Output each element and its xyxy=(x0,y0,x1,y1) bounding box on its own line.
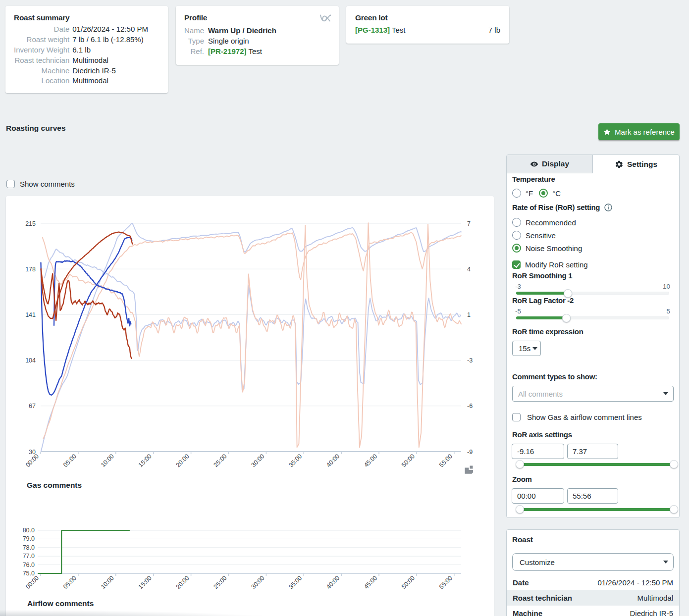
slider-label: RoR Smoothing 1 xyxy=(512,271,572,280)
roast-row-value: Multimodal xyxy=(637,594,673,602)
x-tick-label: 25:00 xyxy=(212,453,228,468)
gas-comments-heading: Gas comments xyxy=(27,481,82,490)
slider-thumb-right[interactable] xyxy=(670,460,678,468)
roast-summary-card: Roast summary Date01/26/2024 - 12:50 PMR… xyxy=(5,6,168,93)
ror-option-row: Sensitive xyxy=(512,231,556,240)
x-tick-label: 30:00 xyxy=(250,453,265,468)
gas-airflow-checkbox[interactable] xyxy=(512,413,521,421)
temp-axis-tick-label: 178 xyxy=(25,266,36,273)
ror-axis-min-input[interactable]: -9.16 xyxy=(512,444,564,459)
green-lot-weight: 7 lb xyxy=(488,26,500,34)
roast-customize-select[interactable]: Customize xyxy=(512,553,674,571)
curve-reference-env-ror xyxy=(43,223,461,447)
profile-name-value[interactable]: Warm Up / Diedrich xyxy=(208,26,276,36)
green-lot-link[interactable]: [PG-1313] xyxy=(355,26,390,34)
ror-time-select[interactable]: 15s xyxy=(512,341,541,356)
ror-axis-label: RoR axis settings xyxy=(512,430,572,439)
select-placeholder: All comments xyxy=(513,390,563,398)
radio-noise-smoothing[interactable] xyxy=(512,244,521,253)
summary-row-value: 7 lb / 6.1 lb (-12.85%) xyxy=(72,35,148,45)
profile-ref-link[interactable]: [PR-21972] xyxy=(208,47,247,55)
x-tick-label: 40:00 xyxy=(325,574,341,590)
settings-panel: Display Settings Temperature°F°CRate of … xyxy=(506,154,680,518)
roast-row-value: Diedrich IR-5 xyxy=(630,609,673,616)
roast-info-row: MachineDiedrich IR-5 xyxy=(507,606,679,616)
radio-°C[interactable] xyxy=(539,189,548,198)
x-tick-label: 35:00 xyxy=(287,453,303,468)
x-tick-label: 05:00 xyxy=(62,453,78,468)
slider-fill xyxy=(516,463,678,466)
gas-airflow-row: Show Gas & airflow comment lines xyxy=(512,413,642,421)
ror-axis-tick-label: -3 xyxy=(467,357,473,364)
summary-row-value: Multimodal xyxy=(72,55,148,65)
x-tick-label: 20:00 xyxy=(175,574,191,590)
temp-axis-tick-label: 67 xyxy=(29,403,36,410)
show-comments-label: Show comments xyxy=(20,180,75,188)
gas-airflow-label: Show Gas & airflow comment lines xyxy=(527,413,642,421)
x-tick-label: 45:00 xyxy=(363,574,378,590)
ror-time-label: RoR time expression xyxy=(512,327,583,336)
tab-settings[interactable]: Settings xyxy=(593,155,679,173)
info-icon[interactable] xyxy=(604,204,612,211)
profile-title: Profile xyxy=(184,13,329,22)
zoom-range-slider[interactable] xyxy=(516,505,678,513)
slider-thumb-left[interactable] xyxy=(516,460,524,468)
summary-row-label: Date xyxy=(14,24,72,35)
comment-types-select[interactable]: All comments xyxy=(512,386,674,402)
x-tick-label: 15:00 xyxy=(137,574,153,590)
zoom-label: Zoom xyxy=(512,475,532,483)
mark-as-reference-button[interactable]: Mark as reference xyxy=(598,123,680,140)
x-tick-label: 00:00 xyxy=(24,453,40,468)
ror-axis-tick-label: 1 xyxy=(467,311,471,318)
eye-icon xyxy=(530,160,538,168)
ror-lag-slider[interactable] xyxy=(516,314,669,322)
comment-types-label: Comment types to show: xyxy=(512,372,597,381)
x-tick-label: 55:00 xyxy=(438,453,454,468)
zoom-start-input[interactable]: 00:00 xyxy=(512,488,564,504)
summary-row-label: Machine xyxy=(14,65,72,76)
x-tick-label: 10:00 xyxy=(100,453,115,468)
ror-axis-range-slider[interactable] xyxy=(516,460,678,468)
temp-axis-tick-label: 215 xyxy=(25,220,36,227)
x-tick-label: 30:00 xyxy=(250,574,265,590)
roast-info-row: Roast technicianMultimodal xyxy=(507,590,679,606)
temperature-options: °F°C xyxy=(512,189,562,198)
modify-ror-checkbox[interactable] xyxy=(512,260,521,269)
zoom-end-input[interactable]: 55:56 xyxy=(567,488,618,504)
ror-option-row: Noise Smoothing xyxy=(512,244,582,253)
roasting-curves-heading: Roasting curves xyxy=(6,124,66,133)
show-comments-checkbox[interactable] xyxy=(6,180,15,188)
green-lot-title: Green lot xyxy=(355,13,500,22)
ror-axis-tick-label: 4 xyxy=(467,266,471,273)
roasting-curves-chart[interactable]: 30-967-6104-314111784215700:0005:0010:00… xyxy=(6,196,494,616)
profile-card: Profile Name Warm Up / Diedrich Type Sin… xyxy=(176,6,339,65)
roast-row-label: Roast technician xyxy=(513,594,572,602)
ror-axis-max-input[interactable]: 7.37 xyxy=(567,444,618,459)
x-tick-label: 45:00 xyxy=(363,453,378,468)
gas-axis-tick-label: 79.0 xyxy=(23,535,35,542)
gas-axis-tick-label: 77.0 xyxy=(23,553,35,560)
modify-ror-row: Modify RoR setting xyxy=(512,260,588,269)
tab-display[interactable]: Display xyxy=(507,155,593,173)
chart-resize-icon[interactable] xyxy=(465,465,473,475)
radio-°F[interactable] xyxy=(512,189,521,198)
select-value: 15s xyxy=(513,344,530,353)
radio-recommended[interactable] xyxy=(512,218,521,227)
x-tick-label: 35:00 xyxy=(287,574,303,590)
roast-row-label: Machine xyxy=(513,609,542,616)
gear-icon xyxy=(615,160,624,169)
slider-fill xyxy=(516,508,678,511)
radio-sensitive[interactable] xyxy=(512,231,521,240)
star-icon xyxy=(603,128,611,136)
slider-thumb-left[interactable] xyxy=(516,505,524,513)
ror-axis-tick-label: -9 xyxy=(467,449,473,456)
profile-type-label: Type xyxy=(184,36,208,47)
gas-axis-tick-label: 76.0 xyxy=(23,562,35,568)
roast-card-title: Roast xyxy=(512,535,674,544)
slider-thumb[interactable] xyxy=(562,314,571,322)
temp-axis-tick-label: 141 xyxy=(25,311,36,318)
radio-label: Sensitive xyxy=(526,231,556,240)
roast-info-row: Date01/26/2024 - 12:50 PM xyxy=(507,575,679,590)
curve-reference-env-temp xyxy=(44,233,462,439)
slider-thumb-right[interactable] xyxy=(670,505,678,513)
